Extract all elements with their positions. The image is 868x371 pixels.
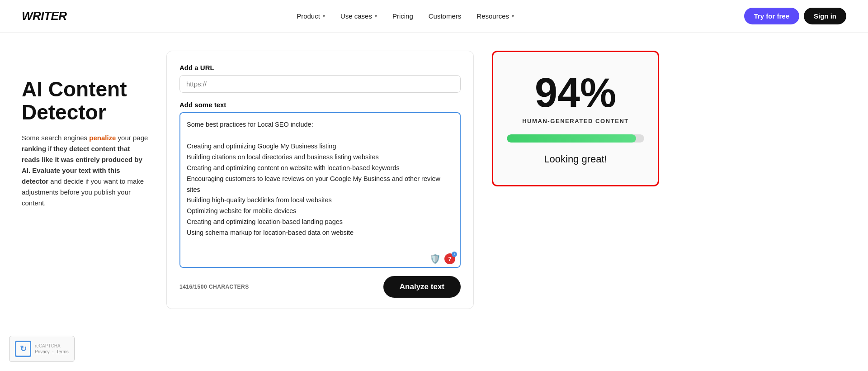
hero-section: AI Content Detector Some search engines … xyxy=(22,51,148,209)
notification-badge[interactable]: 7 + xyxy=(444,253,455,264)
ranking-text: ranking xyxy=(22,145,46,152)
text-section: Add some text Some best practices for Lo… xyxy=(179,101,461,268)
textarea-toolbar: 🛡️ 7 + xyxy=(180,251,460,267)
emoji-icon[interactable]: 🛡️ xyxy=(429,253,441,264)
logo[interactable]: WRITER xyxy=(22,9,67,23)
cta-text: Evaluate your text with this detector xyxy=(22,166,120,185)
url-section: Add a URL xyxy=(179,64,461,101)
privacy-link[interactable]: Privacy xyxy=(35,349,50,354)
try-for-free-button[interactable]: Try for free xyxy=(744,8,799,24)
analyze-button[interactable]: Analyze text xyxy=(383,276,461,298)
navbar: WRITER Product ▾ Use cases ▾ Pricing Cus… xyxy=(0,0,868,33)
result-percentage: 94% xyxy=(535,72,616,113)
page-title: AI Content Detector xyxy=(22,78,148,124)
navbar-actions: Try for free Sign in xyxy=(744,8,846,24)
terms-link[interactable]: Terms xyxy=(57,349,69,354)
chevron-down-icon: ▾ xyxy=(323,14,325,19)
recaptcha-icon: ↻ xyxy=(15,341,31,357)
char-count: 1416/1500 CHARACTERS xyxy=(179,284,249,290)
form-bottom-bar: 1416/1500 CHARACTERS Analyze text xyxy=(179,276,461,298)
nav-customers[interactable]: Customers xyxy=(422,9,468,24)
recaptcha-widget: ↻ reCAPTCHA Privacy · Terms xyxy=(9,336,75,362)
hero-description: Some search engines penalize your page r… xyxy=(22,133,148,209)
url-label: Add a URL xyxy=(179,64,461,71)
nav-usecases[interactable]: Use cases ▾ xyxy=(334,9,383,24)
url-input[interactable] xyxy=(179,75,461,93)
result-status: Looking great! xyxy=(544,153,607,165)
nav-pricing[interactable]: Pricing xyxy=(386,9,420,24)
nav-resources[interactable]: Resources ▾ xyxy=(470,9,520,24)
main-content: AI Content Detector Some search engines … xyxy=(0,33,868,371)
text-label: Add some text xyxy=(179,101,461,109)
chevron-down-icon: ▾ xyxy=(375,14,377,19)
chevron-down-icon: ▾ xyxy=(512,14,514,19)
result-label: HUMAN-GENERATED CONTENT xyxy=(522,118,629,124)
sign-in-button[interactable]: Sign in xyxy=(804,8,846,24)
separator: · xyxy=(52,349,54,354)
recaptcha-label: reCAPTCHA xyxy=(35,343,69,348)
nav-product[interactable]: Product ▾ xyxy=(290,9,331,24)
text-input[interactable]: Some best practices for Local SEO includ… xyxy=(180,113,460,249)
plus-badge: + xyxy=(452,252,457,257)
result-panel: 94% HUMAN-GENERATED CONTENT Looking grea… xyxy=(492,51,659,186)
progress-bar xyxy=(507,134,644,143)
input-panel: Add a URL Add some text Some best practi… xyxy=(166,51,474,309)
text-area-wrapper: Some best practices for Local SEO includ… xyxy=(179,112,461,268)
progress-bar-fill xyxy=(507,134,636,143)
nav-links: Product ▾ Use cases ▾ Pricing Customers … xyxy=(290,9,520,24)
penalize-text: penalize xyxy=(89,134,116,142)
